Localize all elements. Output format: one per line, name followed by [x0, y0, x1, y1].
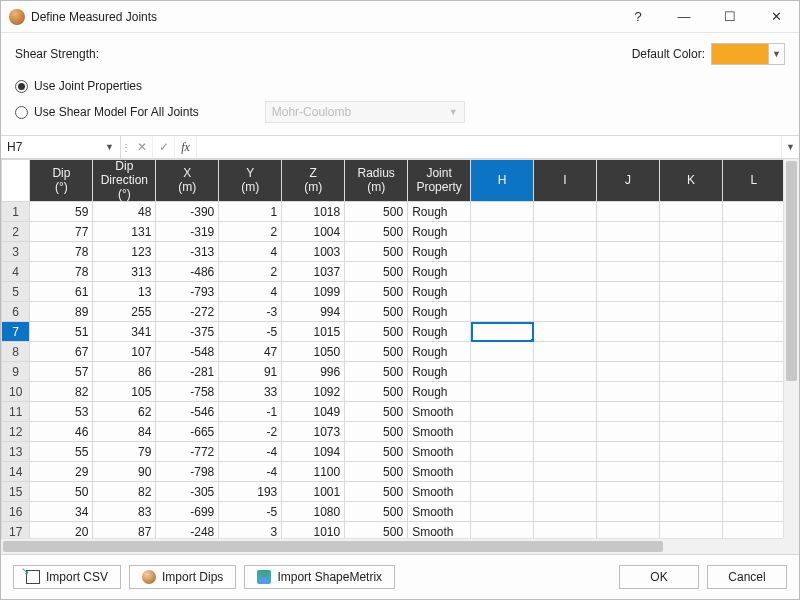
- cell[interactable]: 193: [219, 482, 282, 502]
- cell[interactable]: 1003: [282, 242, 345, 262]
- chevron-down-icon[interactable]: ▼: [781, 136, 799, 158]
- cell[interactable]: [471, 402, 534, 422]
- cell[interactable]: 1049: [282, 402, 345, 422]
- cell[interactable]: Rough: [408, 342, 471, 362]
- cell[interactable]: 500: [345, 342, 408, 362]
- cell[interactable]: 55: [30, 442, 93, 462]
- column-header[interactable]: DipDirection(°): [93, 160, 156, 202]
- import-dips-button[interactable]: Import Dips: [129, 565, 236, 589]
- cell[interactable]: [659, 482, 722, 502]
- cell[interactable]: 62: [93, 402, 156, 422]
- cell[interactable]: 500: [345, 322, 408, 342]
- cell[interactable]: [659, 442, 722, 462]
- row-header[interactable]: 7: [2, 322, 30, 342]
- column-header[interactable]: K: [659, 160, 722, 202]
- cell[interactable]: 131: [93, 222, 156, 242]
- cell[interactable]: [597, 262, 660, 282]
- row-header[interactable]: 14: [2, 462, 30, 482]
- cell[interactable]: 29: [30, 462, 93, 482]
- cell[interactable]: 500: [345, 442, 408, 462]
- column-header[interactable]: Dip(°): [30, 160, 93, 202]
- cell[interactable]: [722, 402, 785, 422]
- cell[interactable]: -3: [219, 302, 282, 322]
- column-header[interactable]: X(m): [156, 160, 219, 202]
- cell[interactable]: [471, 442, 534, 462]
- cell[interactable]: [597, 222, 660, 242]
- cell[interactable]: 500: [345, 462, 408, 482]
- column-header[interactable]: Z(m): [282, 160, 345, 202]
- cell[interactable]: [471, 202, 534, 222]
- cell[interactable]: [659, 362, 722, 382]
- cell[interactable]: 996: [282, 362, 345, 382]
- cell[interactable]: 2: [219, 262, 282, 282]
- cell[interactable]: 500: [345, 362, 408, 382]
- cell[interactable]: Smooth: [408, 422, 471, 442]
- row-header[interactable]: 1: [2, 202, 30, 222]
- column-header[interactable]: Radius(m): [345, 160, 408, 202]
- cell[interactable]: 123: [93, 242, 156, 262]
- cell[interactable]: 1099: [282, 282, 345, 302]
- cell[interactable]: 13: [93, 282, 156, 302]
- cell[interactable]: [659, 202, 722, 222]
- cell[interactable]: [471, 322, 534, 342]
- cell[interactable]: 500: [345, 502, 408, 522]
- cell[interactable]: [534, 242, 597, 262]
- close-button[interactable]: ✕: [753, 1, 799, 33]
- cell[interactable]: 500: [345, 282, 408, 302]
- cell[interactable]: Rough: [408, 202, 471, 222]
- cell[interactable]: -4: [219, 442, 282, 462]
- cell[interactable]: -313: [156, 242, 219, 262]
- cell[interactable]: 67: [30, 342, 93, 362]
- cell[interactable]: Rough: [408, 302, 471, 322]
- cell[interactable]: -699: [156, 502, 219, 522]
- cell[interactable]: 4: [219, 282, 282, 302]
- cell[interactable]: 78: [30, 262, 93, 282]
- cell[interactable]: Rough: [408, 322, 471, 342]
- import-csv-button[interactable]: Import CSV: [13, 565, 121, 589]
- cell[interactable]: [597, 402, 660, 422]
- cell[interactable]: [597, 502, 660, 522]
- cell[interactable]: 59: [30, 202, 93, 222]
- cell[interactable]: [471, 462, 534, 482]
- column-header[interactable]: L: [722, 160, 785, 202]
- cell[interactable]: 500: [345, 382, 408, 402]
- cell[interactable]: 51: [30, 322, 93, 342]
- cell[interactable]: [722, 302, 785, 322]
- cell[interactable]: [659, 222, 722, 242]
- row-header[interactable]: 15: [2, 482, 30, 502]
- cell[interactable]: [471, 342, 534, 362]
- cell-reference-box[interactable]: H7 ▼: [1, 136, 121, 158]
- cell[interactable]: 313: [93, 262, 156, 282]
- cell[interactable]: [659, 462, 722, 482]
- cell[interactable]: [534, 322, 597, 342]
- cell[interactable]: 1080: [282, 502, 345, 522]
- cell[interactable]: 89: [30, 302, 93, 322]
- cell[interactable]: 79: [93, 442, 156, 462]
- cell[interactable]: [534, 462, 597, 482]
- cell[interactable]: [659, 302, 722, 322]
- cell[interactable]: 341: [93, 322, 156, 342]
- cell[interactable]: [534, 422, 597, 442]
- cell[interactable]: 1092: [282, 382, 345, 402]
- cell[interactable]: 78: [30, 242, 93, 262]
- cell[interactable]: [597, 482, 660, 502]
- cell[interactable]: 47: [219, 342, 282, 362]
- cell[interactable]: [534, 502, 597, 522]
- cell[interactable]: 82: [30, 382, 93, 402]
- cell[interactable]: 77: [30, 222, 93, 242]
- row-header[interactable]: 6: [2, 302, 30, 322]
- scrollbar-thumb[interactable]: [786, 161, 797, 381]
- cell[interactable]: [534, 342, 597, 362]
- cell[interactable]: 500: [345, 482, 408, 502]
- cell[interactable]: Rough: [408, 282, 471, 302]
- row-header[interactable]: 13: [2, 442, 30, 462]
- column-header[interactable]: J: [597, 160, 660, 202]
- cell[interactable]: Rough: [408, 222, 471, 242]
- cell[interactable]: [659, 262, 722, 282]
- cell[interactable]: [722, 462, 785, 482]
- cell[interactable]: -758: [156, 382, 219, 402]
- cell[interactable]: [471, 262, 534, 282]
- cell[interactable]: [534, 222, 597, 242]
- accept-edit-button[interactable]: ✓: [153, 136, 175, 158]
- drag-handle-icon[interactable]: ⋮: [121, 136, 131, 158]
